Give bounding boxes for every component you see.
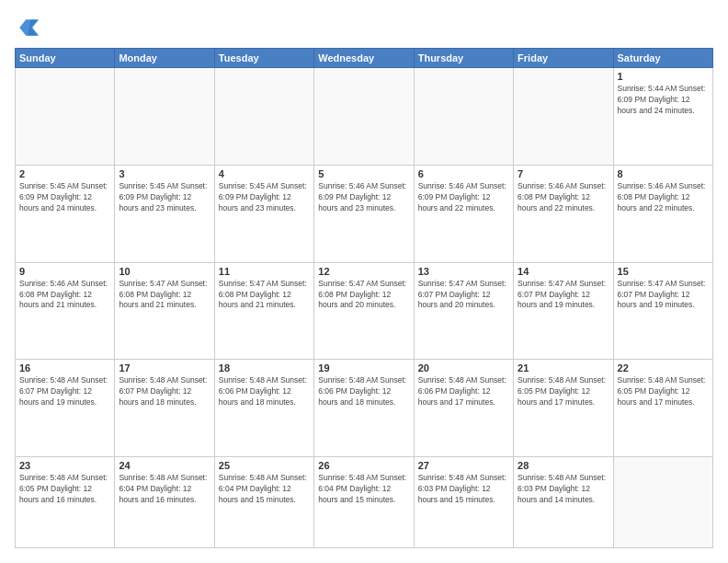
day-info: Sunrise: 5:48 AM Sunset: 6:06 PM Dayligh…: [219, 375, 310, 408]
week-row-2: 2Sunrise: 5:45 AM Sunset: 6:09 PM Daylig…: [16, 165, 713, 262]
calendar-cell: [613, 457, 712, 548]
calendar-cell: 6Sunrise: 5:46 AM Sunset: 6:09 PM Daylig…: [414, 165, 513, 262]
day-number: 24: [119, 460, 210, 471]
calendar-cell: 18Sunrise: 5:48 AM Sunset: 6:06 PM Dayli…: [214, 360, 313, 457]
calendar-cell: 23Sunrise: 5:48 AM Sunset: 6:05 PM Dayli…: [16, 457, 115, 548]
weekday-header-tuesday: Tuesday: [214, 49, 313, 68]
weekday-header-friday: Friday: [514, 49, 613, 68]
calendar-cell: [414, 68, 513, 166]
day-info: Sunrise: 5:46 AM Sunset: 6:08 PM Dayligh…: [518, 181, 609, 214]
day-info: Sunrise: 5:47 AM Sunset: 6:07 PM Dayligh…: [418, 279, 509, 312]
calendar-cell: 24Sunrise: 5:48 AM Sunset: 6:04 PM Dayli…: [115, 457, 214, 548]
day-info: Sunrise: 5:48 AM Sunset: 6:07 PM Dayligh…: [19, 375, 110, 408]
week-row-1: 1Sunrise: 5:44 AM Sunset: 6:09 PM Daylig…: [16, 68, 713, 166]
day-number: 17: [119, 362, 210, 373]
day-number: 7: [518, 168, 609, 179]
calendar-cell: 25Sunrise: 5:48 AM Sunset: 6:04 PM Dayli…: [214, 457, 313, 548]
day-number: 20: [418, 362, 509, 373]
calendar-cell: 9Sunrise: 5:46 AM Sunset: 6:08 PM Daylig…: [16, 262, 115, 360]
day-number: 3: [119, 168, 210, 179]
day-number: 2: [19, 168, 110, 179]
weekday-header-saturday: Saturday: [613, 49, 712, 68]
day-number: 23: [19, 460, 110, 471]
day-number: 15: [618, 266, 709, 277]
day-info: Sunrise: 5:46 AM Sunset: 6:08 PM Dayligh…: [618, 181, 709, 214]
calendar-cell: 20Sunrise: 5:48 AM Sunset: 6:06 PM Dayli…: [414, 360, 513, 457]
weekday-header-wednesday: Wednesday: [314, 49, 414, 68]
calendar-cell: 8Sunrise: 5:46 AM Sunset: 6:08 PM Daylig…: [613, 165, 712, 262]
day-number: 10: [119, 266, 210, 277]
day-number: 1: [618, 71, 709, 82]
logo: [15, 15, 44, 40]
weekday-header-row: SundayMondayTuesdayWednesdayThursdayFrid…: [16, 49, 713, 68]
calendar-cell: 16Sunrise: 5:48 AM Sunset: 6:07 PM Dayli…: [16, 360, 115, 457]
day-info: Sunrise: 5:45 AM Sunset: 6:09 PM Dayligh…: [219, 181, 310, 214]
week-row-4: 16Sunrise: 5:48 AM Sunset: 6:07 PM Dayli…: [16, 360, 713, 457]
calendar-cell: 15Sunrise: 5:47 AM Sunset: 6:07 PM Dayli…: [613, 262, 712, 360]
day-info: Sunrise: 5:48 AM Sunset: 6:04 PM Dayligh…: [318, 473, 409, 506]
day-info: Sunrise: 5:47 AM Sunset: 6:08 PM Dayligh…: [219, 279, 310, 312]
calendar-cell: 19Sunrise: 5:48 AM Sunset: 6:06 PM Dayli…: [314, 360, 414, 457]
day-info: Sunrise: 5:47 AM Sunset: 6:07 PM Dayligh…: [618, 279, 709, 312]
day-info: Sunrise: 5:48 AM Sunset: 6:04 PM Dayligh…: [219, 473, 310, 506]
logo-icon: [15, 15, 40, 40]
page: SundayMondayTuesdayWednesdayThursdayFrid…: [0, 0, 728, 563]
day-info: Sunrise: 5:44 AM Sunset: 6:09 PM Dayligh…: [618, 84, 709, 117]
calendar-cell: [514, 68, 613, 166]
day-info: Sunrise: 5:48 AM Sunset: 6:03 PM Dayligh…: [418, 473, 509, 506]
day-number: 9: [19, 266, 110, 277]
calendar-cell: [115, 68, 214, 166]
day-number: 21: [518, 362, 609, 373]
day-number: 8: [618, 168, 709, 179]
calendar-cell: 17Sunrise: 5:48 AM Sunset: 6:07 PM Dayli…: [115, 360, 214, 457]
day-number: 26: [318, 460, 409, 471]
calendar-cell: 26Sunrise: 5:48 AM Sunset: 6:04 PM Dayli…: [314, 457, 414, 548]
day-number: 19: [318, 362, 409, 373]
day-info: Sunrise: 5:46 AM Sunset: 6:09 PM Dayligh…: [418, 181, 509, 214]
calendar-cell: 22Sunrise: 5:48 AM Sunset: 6:05 PM Dayli…: [613, 360, 712, 457]
calendar-table: SundayMondayTuesdayWednesdayThursdayFrid…: [15, 48, 713, 548]
day-number: 22: [618, 362, 709, 373]
day-info: Sunrise: 5:48 AM Sunset: 6:03 PM Dayligh…: [518, 473, 609, 506]
calendar-cell: 2Sunrise: 5:45 AM Sunset: 6:09 PM Daylig…: [16, 165, 115, 262]
day-number: 14: [518, 266, 609, 277]
calendar-cell: 14Sunrise: 5:47 AM Sunset: 6:07 PM Dayli…: [514, 262, 613, 360]
day-number: 12: [318, 266, 409, 277]
day-info: Sunrise: 5:48 AM Sunset: 6:06 PM Dayligh…: [418, 375, 509, 408]
calendar-cell: 3Sunrise: 5:45 AM Sunset: 6:09 PM Daylig…: [115, 165, 214, 262]
day-number: 27: [418, 460, 509, 471]
calendar-cell: 28Sunrise: 5:48 AM Sunset: 6:03 PM Dayli…: [514, 457, 613, 548]
day-number: 11: [219, 266, 310, 277]
day-number: 28: [518, 460, 609, 471]
weekday-header-monday: Monday: [115, 49, 214, 68]
day-info: Sunrise: 5:48 AM Sunset: 6:07 PM Dayligh…: [119, 375, 210, 408]
day-number: 4: [219, 168, 310, 179]
day-info: Sunrise: 5:47 AM Sunset: 6:07 PM Dayligh…: [518, 279, 609, 312]
day-info: Sunrise: 5:47 AM Sunset: 6:08 PM Dayligh…: [119, 279, 210, 312]
day-number: 16: [19, 362, 110, 373]
calendar-cell: 1Sunrise: 5:44 AM Sunset: 6:09 PM Daylig…: [613, 68, 712, 166]
day-number: 5: [318, 168, 409, 179]
day-number: 6: [418, 168, 509, 179]
calendar-cell: [16, 68, 115, 166]
weekday-header-thursday: Thursday: [414, 49, 513, 68]
day-number: 13: [418, 266, 509, 277]
day-info: Sunrise: 5:45 AM Sunset: 6:09 PM Dayligh…: [119, 181, 210, 214]
day-info: Sunrise: 5:48 AM Sunset: 6:04 PM Dayligh…: [119, 473, 210, 506]
weekday-header-sunday: Sunday: [16, 49, 115, 68]
day-info: Sunrise: 5:45 AM Sunset: 6:09 PM Dayligh…: [19, 181, 110, 214]
day-info: Sunrise: 5:46 AM Sunset: 6:09 PM Dayligh…: [318, 181, 409, 214]
header: [15, 15, 713, 40]
day-info: Sunrise: 5:48 AM Sunset: 6:05 PM Dayligh…: [618, 375, 709, 408]
day-info: Sunrise: 5:46 AM Sunset: 6:08 PM Dayligh…: [19, 279, 110, 312]
day-info: Sunrise: 5:48 AM Sunset: 6:06 PM Dayligh…: [318, 375, 409, 408]
day-number: 18: [219, 362, 310, 373]
calendar-cell: 4Sunrise: 5:45 AM Sunset: 6:09 PM Daylig…: [214, 165, 313, 262]
calendar-cell: 12Sunrise: 5:47 AM Sunset: 6:08 PM Dayli…: [314, 262, 414, 360]
calendar-cell: 7Sunrise: 5:46 AM Sunset: 6:08 PM Daylig…: [514, 165, 613, 262]
calendar-cell: [314, 68, 414, 166]
day-info: Sunrise: 5:47 AM Sunset: 6:08 PM Dayligh…: [318, 279, 409, 312]
week-row-5: 23Sunrise: 5:48 AM Sunset: 6:05 PM Dayli…: [16, 457, 713, 548]
calendar-cell: 5Sunrise: 5:46 AM Sunset: 6:09 PM Daylig…: [314, 165, 414, 262]
calendar-cell: 13Sunrise: 5:47 AM Sunset: 6:07 PM Dayli…: [414, 262, 513, 360]
